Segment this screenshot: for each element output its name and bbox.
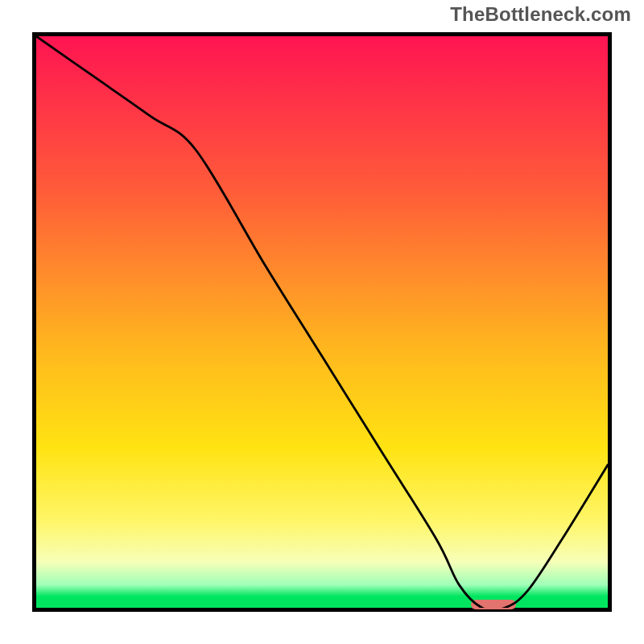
watermark-text: TheBottleneck.com — [450, 3, 631, 26]
plot-area — [32, 32, 612, 612]
chart-container: TheBottleneck.com — [0, 0, 644, 644]
valley-marker — [471, 600, 517, 609]
gradient-fill — [36, 36, 608, 608]
